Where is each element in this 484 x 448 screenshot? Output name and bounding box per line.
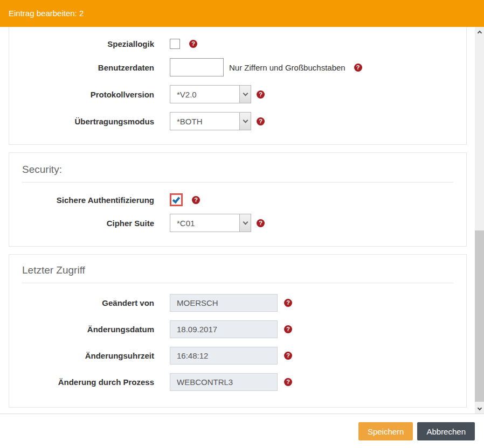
security-section-title: Security: xyxy=(22,164,453,183)
row-aenderungsdatum: Änderungsdatum ? xyxy=(22,320,453,338)
dialog-body: Speziallogik ? Benutzerdaten Nur Ziffern… xyxy=(0,27,475,414)
row-uebertragungsmodus: Übertragungsmodus *BOTH ? xyxy=(22,112,453,130)
panel-connection-options: Speziallogik ? Benutzerdaten Nur Ziffern… xyxy=(9,27,467,145)
sichere-authentifizierung-label: Sichere Authentifizierung xyxy=(22,195,154,205)
vertical-scrollbar[interactable] xyxy=(475,27,484,414)
cipher-suite-label: Cipher Suite xyxy=(22,219,154,228)
row-aenderung-durch-prozess: Änderung durch Prozess ? xyxy=(22,373,453,391)
row-protokollversion: Protokollversion *V2.0 ? xyxy=(22,85,453,103)
chevron-down-icon xyxy=(477,405,481,410)
help-icon[interactable]: ? xyxy=(284,325,292,333)
scroll-up-button[interactable] xyxy=(475,27,484,37)
aenderung-durch-prozess-input xyxy=(170,373,278,391)
geaendert-von-label: Geändert von xyxy=(22,298,154,307)
uebertragungsmodus-select[interactable]: *BOTH xyxy=(170,112,251,130)
cipher-suite-value: *C01 xyxy=(170,219,195,228)
geaendert-von-input xyxy=(170,294,278,312)
uebertragungsmodus-value: *BOTH xyxy=(170,117,203,126)
dialog-title: Eintrag bearbeiten: 2 xyxy=(9,9,84,18)
benutzerdaten-label: Benutzerdaten xyxy=(22,63,154,72)
aenderungsuhrzeit-label: Änderungsuhrzeit xyxy=(22,351,154,360)
chevron-down-icon xyxy=(243,91,248,96)
panel-security: Security: Sichere Authentifizierung ? Ci… xyxy=(9,152,467,247)
chevron-down-icon xyxy=(243,118,248,123)
benutzerdaten-hint: Nur Ziffern und Großbuchstaben xyxy=(229,63,345,72)
chevron-down-icon xyxy=(243,220,248,225)
check-icon xyxy=(172,195,180,203)
panel-letzter-zugriff: Letzter Zugriff Geändert von ? Änderungs… xyxy=(9,254,467,408)
row-speziallogik: Speziallogik ? xyxy=(22,39,453,49)
help-icon[interactable]: ? xyxy=(257,219,265,227)
help-icon[interactable]: ? xyxy=(192,196,200,204)
protokollversion-select[interactable]: *V2.0 xyxy=(170,85,251,103)
aenderungsdatum-label: Änderungsdatum xyxy=(22,325,154,334)
scroll-down-button[interactable] xyxy=(475,404,484,414)
protokollversion-value: *V2.0 xyxy=(170,90,197,99)
aenderung-durch-prozess-label: Änderung durch Prozess xyxy=(22,377,154,387)
select-dropdown-button[interactable] xyxy=(239,214,251,232)
row-aenderungsuhrzeit: Änderungsuhrzeit ? xyxy=(22,347,453,365)
select-dropdown-button[interactable] xyxy=(239,113,251,130)
help-icon[interactable]: ? xyxy=(257,90,265,99)
chevron-up-icon xyxy=(477,30,481,34)
scrollbar-thumb[interactable] xyxy=(475,230,484,402)
cipher-suite-select[interactable]: *C01 xyxy=(170,214,251,232)
help-icon[interactable]: ? xyxy=(284,352,292,360)
speziallogik-checkbox[interactable] xyxy=(170,39,180,49)
row-benutzerdaten: Benutzerdaten Nur Ziffern und Großbuchst… xyxy=(22,58,453,76)
aenderungsdatum-input xyxy=(170,320,278,338)
help-icon[interactable]: ? xyxy=(189,40,197,48)
cancel-button[interactable]: Abbrechen xyxy=(417,422,475,440)
speziallogik-label: Speziallogik xyxy=(22,39,154,48)
help-icon[interactable]: ? xyxy=(257,117,265,125)
dialog-header: Eintrag bearbeiten: 2 xyxy=(0,0,484,27)
protokollversion-label: Protokollversion xyxy=(22,90,154,99)
row-cipher-suite: Cipher Suite *C01 ? xyxy=(22,214,453,232)
dialog-footer: Speichern Abbrechen xyxy=(0,414,484,448)
help-icon[interactable]: ? xyxy=(284,299,292,307)
benutzerdaten-input[interactable] xyxy=(170,58,224,76)
select-dropdown-button[interactable] xyxy=(239,86,251,103)
row-sichere-authentifizierung: Sichere Authentifizierung ? xyxy=(22,193,453,206)
help-icon[interactable]: ? xyxy=(284,378,292,386)
save-button[interactable]: Speichern xyxy=(358,422,413,440)
uebertragungsmodus-label: Übertragungsmodus xyxy=(22,117,154,126)
row-geaendert-von: Geändert von ? xyxy=(22,294,453,312)
letzter-zugriff-section-title: Letzter Zugriff xyxy=(22,264,453,283)
sichere-authentifizierung-checkbox[interactable] xyxy=(171,195,181,205)
aenderungsuhrzeit-input xyxy=(170,347,278,365)
help-icon[interactable]: ? xyxy=(354,64,362,72)
